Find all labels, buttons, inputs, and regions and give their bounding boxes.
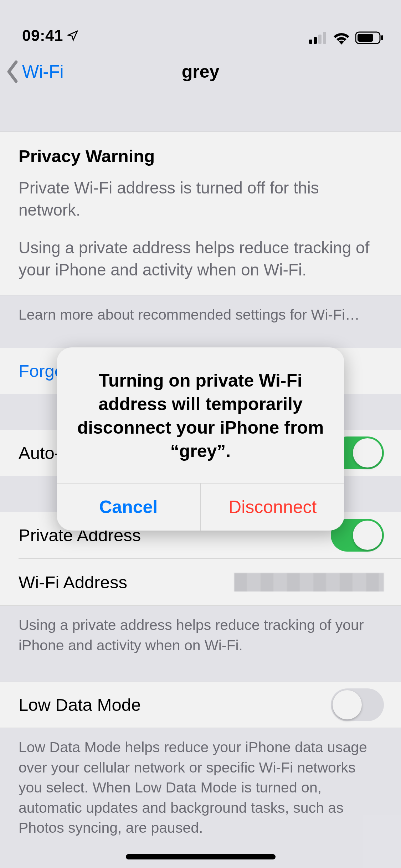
alert-disconnect-button[interactable]: Disconnect (201, 484, 345, 531)
home-indicator[interactable] (126, 854, 276, 859)
alert-dialog: Turning on private Wi-Fi address will te… (57, 347, 344, 531)
alert-message: Turning on private Wi-Fi address will te… (57, 347, 344, 483)
alert-cancel-button[interactable]: Cancel (57, 484, 201, 531)
